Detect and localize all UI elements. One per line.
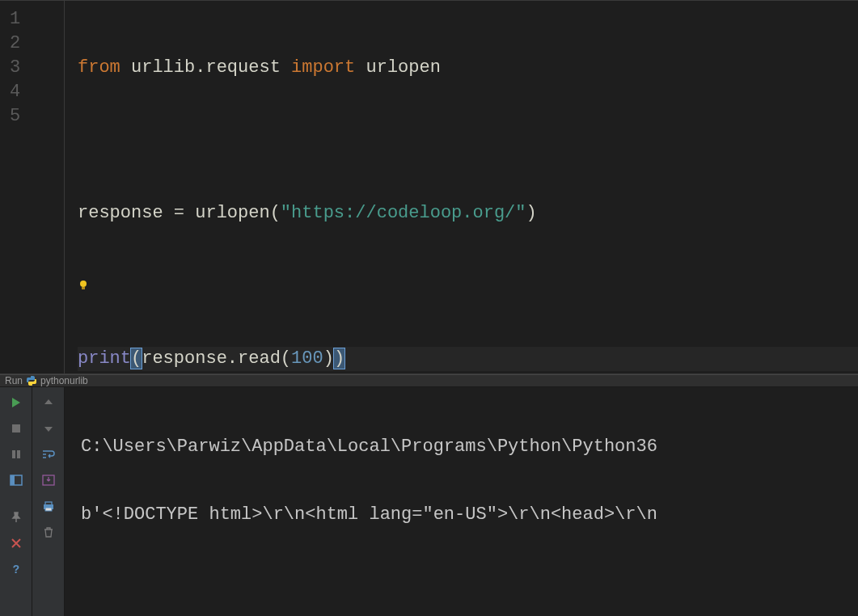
svg-rect-4: [12, 450, 15, 458]
close-button[interactable]: [5, 533, 27, 554]
ident-urlopen: urlopen: [366, 57, 440, 78]
svg-marker-2: [12, 398, 20, 407]
svg-rect-7: [11, 475, 15, 485]
run-toolbar-right: [32, 387, 65, 616]
builtin-print: print: [78, 348, 131, 369]
code-line-5: print(response.read(100)): [78, 347, 858, 371]
operator-eq: =: [174, 203, 184, 223]
pause-button[interactable]: [5, 444, 27, 465]
up-button[interactable]: [37, 392, 60, 413]
ident-response: response: [78, 203, 163, 223]
code-area[interactable]: from urllib.request import urlopen respo…: [65, 1, 858, 373]
dot: .: [227, 348, 238, 369]
paren-close: ): [323, 348, 334, 369]
code-line-1: from urllib.request import urlopen: [78, 56, 858, 80]
code-line-2: [78, 129, 858, 153]
console-output[interactable]: C:\Users\Parwiz\AppData\Local\Programs\P…: [65, 387, 858, 616]
line-number: 5: [10, 104, 64, 129]
run-button[interactable]: [5, 392, 27, 413]
console-line: b'<!DOCTYPE html>\r\n<html lang="en-US">…: [81, 504, 850, 526]
paren-close-hl: ): [334, 348, 344, 369]
run-toolbar-left: ?: [0, 387, 32, 616]
svg-rect-11: [45, 502, 52, 505]
code-line-4: [78, 274, 858, 298]
svg-rect-12: [45, 508, 52, 511]
layout-button[interactable]: [5, 470, 27, 491]
gutter: 1 2 3 4 5: [0, 1, 65, 373]
code-line-3: response = urlopen("https://codeloop.org…: [78, 201, 858, 226]
call-urlopen: urlopen: [195, 203, 269, 223]
line-number: 1: [10, 7, 64, 32]
run-panel-body: ? C:\Users\Parwiz\AppData\Loc: [0, 387, 858, 616]
code-editor[interactable]: 1 2 3 4 5 from urllib.request import url…: [0, 0, 858, 373]
console-line: C:\Users\Parwiz\AppData\Local\Programs\P…: [81, 436, 850, 458]
line-number: 4: [10, 80, 64, 104]
paren-open: (: [270, 203, 281, 223]
svg-rect-3: [12, 424, 20, 432]
lightbulb-icon[interactable]: [78, 280, 89, 291]
print-button[interactable]: [37, 496, 60, 517]
help-button[interactable]: ?: [5, 559, 27, 580]
svg-point-0: [80, 281, 87, 287]
dot: .: [195, 57, 205, 78]
scroll-to-end-button[interactable]: [37, 470, 60, 491]
svg-rect-1: [82, 287, 85, 289]
svg-text:?: ?: [12, 563, 19, 575]
line-number: 3: [10, 56, 64, 80]
soft-wrap-button[interactable]: [37, 444, 60, 465]
line-number: 2: [10, 32, 64, 56]
paren-close: ): [526, 203, 537, 223]
string-url: "https://codeloop.org/": [281, 203, 526, 223]
pin-button[interactable]: [5, 507, 27, 528]
paren-open-hl: (: [131, 348, 142, 369]
paren-open: (: [281, 348, 291, 369]
module-request: request: [205, 57, 280, 78]
svg-rect-5: [17, 450, 20, 458]
down-button[interactable]: [37, 418, 60, 439]
keyword-from: from: [78, 57, 120, 78]
number-100: 100: [291, 348, 323, 369]
method-read: read: [238, 348, 281, 369]
stop-button[interactable]: [5, 418, 27, 439]
python-icon: [26, 375, 37, 386]
run-tab-label: Run: [5, 375, 23, 386]
ident-response: response: [142, 348, 227, 369]
trash-button[interactable]: [37, 521, 60, 542]
keyword-import: import: [291, 57, 355, 78]
module-urllib: urllib: [131, 57, 195, 78]
